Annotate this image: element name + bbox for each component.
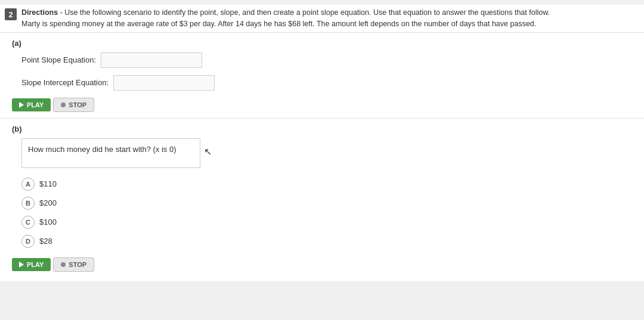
question-text: How much money did he start with? (x is …: [28, 145, 177, 154]
part-b-area: (b) How much money did he start with? (x…: [0, 119, 644, 281]
slope-intercept-row: Slope Intercept Equation:: [21, 75, 634, 91]
play-label-b: PLAY: [27, 261, 44, 268]
play-label-a: PLAY: [27, 101, 44, 108]
option-d-circle: D: [21, 235, 35, 248]
directions-title: Directions: [21, 8, 58, 17]
question-box: How much money did he start with? (x is …: [21, 138, 200, 168]
play-icon-b: [19, 262, 24, 268]
part-a-area: (a) Point Slope Equation: Slope Intercep…: [0, 33, 644, 119]
part-a-buttons: PLAY STOP: [12, 98, 634, 112]
slope-intercept-label: Slope Intercept Equation:: [21, 78, 109, 87]
option-a[interactable]: A $110: [21, 178, 634, 191]
directions-scenario: Marty is spending money at the average r…: [21, 20, 536, 28]
part-b-buttons: PLAY STOP: [12, 257, 634, 272]
stop-label-a: STOP: [69, 101, 86, 108]
option-d-text: $28: [39, 237, 52, 246]
cursor-icon: ↖: [204, 145, 212, 159]
option-a-text: $110: [39, 179, 57, 188]
stop-button-b[interactable]: STOP: [53, 257, 94, 272]
option-c[interactable]: C $100: [21, 216, 634, 229]
point-slope-label: Point Slope Equation:: [21, 55, 96, 64]
stop-button-a[interactable]: STOP: [53, 98, 94, 112]
play-button-a[interactable]: PLAY: [12, 98, 51, 111]
slope-intercept-input[interactable]: [113, 75, 215, 91]
stop-label-b: STOP: [69, 261, 86, 268]
option-c-circle: C: [21, 216, 35, 229]
option-b-text: $200: [39, 198, 57, 207]
header-row: 2 Directions - Use the following scenari…: [0, 5, 644, 33]
point-slope-row: Point Slope Equation:: [21, 52, 634, 68]
play-button-b[interactable]: PLAY: [12, 258, 51, 271]
page-container: 2 Directions - Use the following scenari…: [0, 0, 644, 320]
option-d[interactable]: D $28: [21, 235, 634, 248]
answer-options: A $110 B $200 C $100 D $28: [21, 178, 634, 248]
question-number: 2: [5, 8, 17, 20]
play-icon-a: [19, 102, 24, 108]
part-a-label: (a): [12, 39, 634, 48]
point-slope-input[interactable]: [101, 52, 202, 68]
stop-icon-b: [61, 262, 66, 267]
stop-icon-a: [61, 102, 66, 107]
directions-text: Directions - Use the following scenario …: [21, 7, 550, 30]
option-b[interactable]: B $200: [21, 197, 634, 210]
part-b-label: (b): [12, 125, 634, 133]
directions-body: - Use the following scenario to identify…: [58, 8, 550, 17]
option-c-text: $100: [39, 218, 57, 226]
option-b-circle: B: [21, 197, 35, 210]
option-a-circle: A: [21, 178, 35, 191]
